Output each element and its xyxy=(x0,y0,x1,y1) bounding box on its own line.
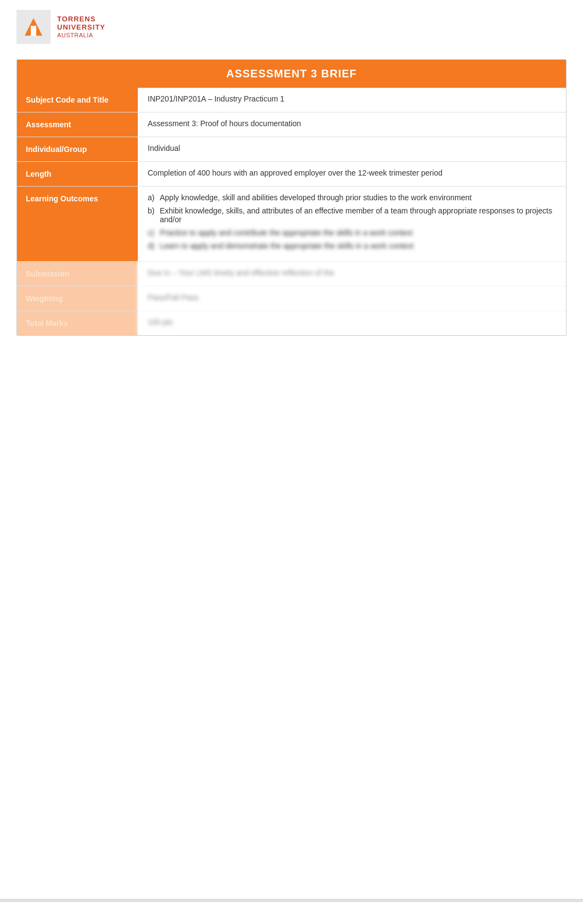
weighting-row: Weighting Pass/Fail Pass xyxy=(17,286,566,311)
learning-outcomes-row: Learning Outcomes a) Apply knowledge, sk… xyxy=(17,187,566,262)
outcome-d: d) Learn to apply and demonstrate the ap… xyxy=(148,241,556,250)
total-marks-row: Total Marks 100 pts xyxy=(17,311,566,335)
submission-row: Submission Due in – Your LMS timely and … xyxy=(17,262,566,286)
university-logo xyxy=(16,10,51,44)
svg-rect-2 xyxy=(31,26,36,36)
page-header: TORRENS UNIVERSITY AUSTRALIA xyxy=(0,0,583,54)
logo-line1: TORRENS xyxy=(57,15,105,24)
subject-code-label: Subject Code and Title xyxy=(17,88,138,112)
assessment-title-bar: ASSESSMENT 3 BRIEF xyxy=(17,60,566,88)
logo-line3: AUSTRALIA xyxy=(57,32,105,39)
individual-group-row: Individual/Group Individual xyxy=(17,137,566,162)
submission-value: Due in – Your LMS timely and effective r… xyxy=(138,262,566,286)
individual-group-value: Individual xyxy=(138,137,566,161)
assessment-value: Assessment 3: Proof of hours documentati… xyxy=(138,112,566,137)
weighting-label: Weighting xyxy=(17,286,138,311)
learning-outcomes-value: a) Apply knowledge, skill and abilities … xyxy=(138,187,566,261)
outcomes-list: a) Apply knowledge, skill and abilities … xyxy=(148,193,556,250)
outcome-c: c) Practice to apply and contribute the … xyxy=(148,228,556,237)
assessment-brief-document: ASSESSMENT 3 BRIEF Subject Code and Titl… xyxy=(16,59,567,336)
assessment-label: Assessment xyxy=(17,112,138,137)
assessment-title: ASSESSMENT 3 BRIEF xyxy=(226,67,357,80)
logo-line2: UNIVERSITY xyxy=(57,23,105,32)
length-value: Completion of 400 hours with an approved… xyxy=(138,162,566,186)
outcome-b: b) Exhibit knowledge, skills, and attrib… xyxy=(148,206,556,224)
total-marks-value: 100 pts xyxy=(138,311,566,335)
subject-code-row: Subject Code and Title INP201/INP201A – … xyxy=(17,88,566,112)
learning-outcomes-label: Learning Outcomes xyxy=(17,187,138,261)
weighting-value: Pass/Fail Pass xyxy=(138,286,566,311)
length-row: Length Completion of 400 hours with an a… xyxy=(17,162,566,187)
assessment-row: Assessment Assessment 3: Proof of hours … xyxy=(17,112,566,137)
outcome-a: a) Apply knowledge, skill and abilities … xyxy=(148,193,556,202)
university-name: TORRENS UNIVERSITY AUSTRALIA xyxy=(57,15,105,39)
total-marks-label: Total Marks xyxy=(17,311,138,335)
length-label: Length xyxy=(17,162,138,186)
individual-group-label: Individual/Group xyxy=(17,137,138,161)
bottom-divider xyxy=(0,899,583,902)
submission-label: Submission xyxy=(17,262,138,286)
subject-code-value: INP201/INP201A – Industry Practicum 1 xyxy=(138,88,566,112)
